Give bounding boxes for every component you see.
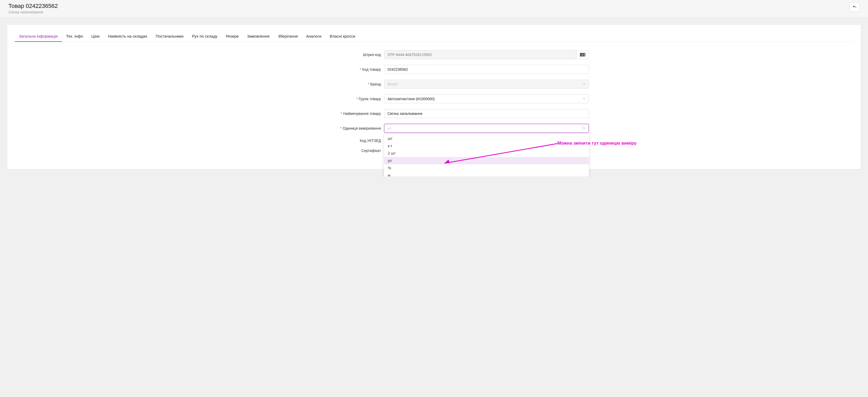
barcode-icon (580, 53, 585, 57)
page-subtitle: Свічка запалювання (8, 10, 58, 14)
tab-stock-movement[interactable]: Рух по складу (188, 31, 222, 41)
label-uktzed: Код УКТЗЕД (279, 139, 384, 143)
label-unit: *Одиниця вимірювання (279, 126, 384, 131)
tab-suppliers[interactable]: Постачальники (152, 31, 188, 41)
svg-rect-3 (582, 53, 582, 57)
label-brand: *Бренд (279, 82, 384, 86)
svg-rect-5 (583, 53, 584, 57)
tab-orders[interactable]: Замовлення (243, 31, 274, 41)
chevron-down-icon (583, 97, 586, 101)
unit-option[interactable]: % (384, 164, 589, 172)
tab-reserve[interactable]: Резерв (222, 31, 243, 41)
svg-line-9 (584, 129, 585, 129)
chevron-down-icon (583, 82, 586, 86)
barcode-scan-button[interactable] (577, 50, 589, 59)
page-title: Товар 0242236562 (8, 3, 58, 9)
rollback-button[interactable] (849, 3, 860, 11)
unit-select[interactable]: уп (384, 124, 589, 133)
svg-rect-6 (584, 53, 584, 57)
label-product-name: *Найменування товару (279, 111, 384, 116)
product-code-input[interactable] (384, 65, 589, 74)
tab-own-crosses[interactable]: Власні кросси (326, 31, 360, 41)
unit-option[interactable]: шт (384, 135, 589, 142)
label-certificate: Сертифікат (279, 148, 384, 153)
tab-tech-info[interactable]: Тех. інфо (62, 31, 87, 41)
unit-dropdown: штк-т2 штуп%мдм (384, 134, 589, 176)
product-name-input[interactable] (384, 109, 589, 118)
unit-option[interactable]: м (384, 172, 589, 176)
tabs: Загальна інформація Тех. інфо Ціни Наявн… (15, 31, 853, 42)
barcode-input[interactable] (384, 50, 577, 59)
brand-select[interactable]: Bosch (384, 80, 589, 89)
undo-icon (852, 5, 857, 9)
svg-rect-0 (580, 53, 581, 57)
form: Штрих-код (279, 50, 589, 153)
svg-rect-4 (583, 53, 583, 57)
page-header: Товар 0242236562 Свічка запалювання (0, 0, 868, 18)
content-card: Загальна інформація Тех. інфо Ціни Наявн… (7, 25, 861, 169)
tab-analogs[interactable]: Аналоги (302, 31, 326, 41)
svg-point-8 (582, 127, 584, 129)
unit-option[interactable]: 2 шт (384, 150, 589, 157)
tab-general-info[interactable]: Загальна інформація (15, 31, 62, 41)
unit-option[interactable]: к-т (384, 142, 589, 150)
tab-stock[interactable]: Наявність на складах (104, 31, 152, 41)
unit-option[interactable]: уп (384, 157, 589, 164)
label-product-group: *Група товару (279, 97, 384, 101)
search-icon (582, 126, 586, 131)
svg-rect-2 (581, 53, 582, 57)
tab-prices[interactable]: Ціни (87, 31, 104, 41)
svg-rect-7 (585, 53, 585, 57)
label-product-code: *Код товару (279, 67, 384, 72)
label-barcode: Штрих-код (279, 53, 384, 57)
product-group-select[interactable]: Автозапчастини (#1000000) (384, 94, 589, 103)
tab-storage[interactable]: Зберігання (274, 31, 302, 41)
